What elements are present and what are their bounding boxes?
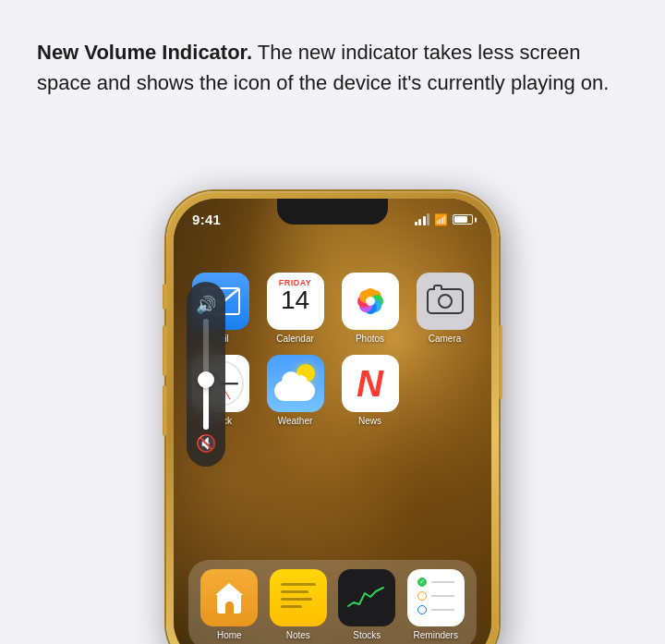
app-empty-slot bbox=[413, 355, 477, 426]
reminders-label: Reminders bbox=[414, 630, 458, 640]
volume-slider-handle bbox=[198, 371, 214, 388]
svg-point-8 bbox=[366, 297, 375, 306]
app-news[interactable]: N News bbox=[338, 355, 402, 426]
volume-high-icon: 🔊 bbox=[196, 295, 216, 315]
home-door-icon bbox=[225, 601, 234, 614]
status-time: 9:41 bbox=[192, 212, 221, 227]
reminder-row-2 bbox=[417, 591, 454, 601]
weather-label: Weather bbox=[278, 416, 313, 426]
reminders-icon: ✓ bbox=[407, 569, 465, 626]
phone-frame: 9:41 📶 bbox=[166, 191, 499, 644]
app-photos[interactable]: Photos bbox=[338, 273, 402, 344]
volume-low-icon: 🔇 bbox=[196, 433, 216, 454]
calendar-label: Calendar bbox=[276, 334, 314, 344]
camera-label: Camera bbox=[429, 334, 462, 344]
home-roof-icon bbox=[215, 583, 243, 595]
reminder-check-pending-3 bbox=[417, 605, 427, 614]
dock-app-reminders[interactable]: ✓ bbox=[406, 569, 466, 640]
reminder-line-2 bbox=[431, 595, 454, 597]
home-icon bbox=[200, 569, 258, 626]
phone-screen-border: 9:41 📶 bbox=[174, 199, 491, 644]
battery-icon bbox=[453, 214, 473, 225]
home-body-icon bbox=[217, 595, 241, 614]
news-icon: N bbox=[342, 355, 399, 412]
dock-app-stocks[interactable]: Stocks bbox=[337, 569, 397, 640]
dock-app-notes[interactable]: Notes bbox=[269, 569, 329, 640]
reminder-check-pending-2 bbox=[417, 591, 427, 601]
notch bbox=[277, 199, 388, 225]
reminder-check-done: ✓ bbox=[417, 577, 427, 587]
stocks-chart-svg bbox=[346, 584, 387, 612]
notes-line-4 bbox=[281, 605, 302, 608]
volume-slider-track bbox=[203, 319, 209, 430]
camera-icon bbox=[417, 273, 474, 330]
camera-lens-icon bbox=[438, 294, 453, 309]
feature-title: New Volume Indicator. bbox=[37, 41, 252, 64]
notes-label: Notes bbox=[286, 630, 310, 640]
notes-line-2 bbox=[281, 590, 308, 593]
stocks-label: Stocks bbox=[353, 630, 381, 640]
stocks-icon bbox=[338, 569, 395, 626]
volume-indicator: 🔊 🔇 bbox=[187, 282, 225, 467]
phone-mockup: 9:41 📶 bbox=[157, 191, 508, 644]
phone-power-button bbox=[499, 325, 502, 399]
weather-cloud-icon bbox=[274, 381, 315, 401]
weather-icon bbox=[267, 355, 324, 412]
camera-bump-icon bbox=[433, 285, 442, 290]
app-weather[interactable]: Weather bbox=[263, 355, 327, 426]
phone-silent-button bbox=[163, 284, 166, 310]
status-icons: 📶 bbox=[415, 213, 474, 226]
notes-lines bbox=[281, 583, 316, 613]
reminder-row-3 bbox=[417, 605, 454, 614]
calendar-icon: Friday 14 bbox=[267, 273, 324, 330]
wifi-icon: 📶 bbox=[434, 213, 448, 226]
reminder-row-1: ✓ bbox=[417, 577, 454, 587]
battery-fill bbox=[454, 216, 467, 223]
dock-app-home[interactable]: Home bbox=[200, 569, 260, 640]
notes-icon bbox=[270, 569, 327, 626]
photos-label: Photos bbox=[356, 334, 384, 344]
news-label: News bbox=[358, 416, 381, 426]
notes-line-3 bbox=[281, 598, 312, 601]
home-label: Home bbox=[217, 630, 242, 640]
reminders-list: ✓ bbox=[417, 577, 454, 619]
phone-volume-up-button bbox=[163, 325, 166, 376]
feature-description: New Volume Indicator. The new indicator … bbox=[37, 37, 628, 98]
calendar-day-number: 14 bbox=[281, 287, 309, 313]
phone-volume-down-button bbox=[163, 385, 166, 436]
news-logo: N bbox=[357, 365, 383, 402]
reminder-line-3 bbox=[431, 609, 454, 611]
phone-screen: 9:41 📶 bbox=[174, 199, 491, 644]
app-calendar[interactable]: Friday 14 Calendar bbox=[263, 273, 327, 344]
camera-body-icon bbox=[427, 288, 464, 314]
dock: Home Notes bbox=[188, 560, 477, 644]
reminder-line-1 bbox=[431, 581, 454, 583]
app-camera[interactable]: Camera bbox=[413, 273, 477, 344]
empty-slot bbox=[417, 355, 474, 412]
photos-icon bbox=[342, 273, 399, 330]
home-house-icon bbox=[215, 583, 243, 614]
notes-line-1 bbox=[281, 583, 316, 586]
signal-icon bbox=[415, 213, 430, 225]
